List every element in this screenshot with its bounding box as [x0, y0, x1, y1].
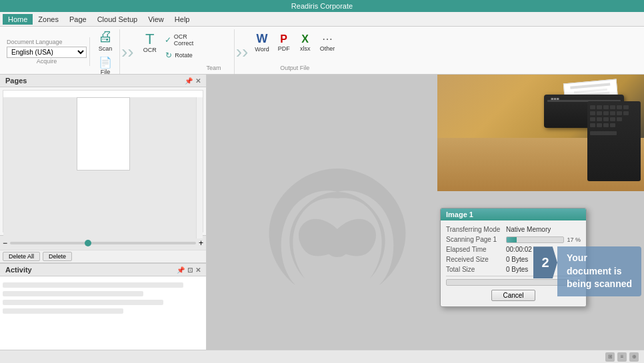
transferring-mode-row: Transferring Mode Native Memory	[446, 226, 581, 233]
activity-close-icon[interactable]: ✕	[195, 266, 201, 274]
pdf-button[interactable]: P PDF	[275, 32, 293, 53]
correct-label: OCR Correct	[174, 33, 194, 47]
xlsx-button[interactable]: X xlsx	[296, 32, 315, 53]
pages-content	[3, 90, 203, 232]
activity-header-icons: 📌 ⊡ ✕	[177, 266, 201, 274]
rotate-label: Rotate	[175, 52, 193, 59]
scanning-page-row: Scanning Page 1 17 %	[446, 236, 581, 243]
word-label: Word	[255, 46, 269, 53]
document-language-label: Document Language	[7, 39, 87, 45]
dialog-title: Image 1	[441, 208, 586, 220]
zoom-out-icon[interactable]: −	[3, 238, 7, 248]
received-size-label: Received Size	[446, 256, 506, 263]
pages-scrollbar[interactable]	[196, 97, 203, 238]
team-group-label: Team	[206, 65, 221, 71]
arrow-1: ››	[120, 29, 135, 74]
zoom-status-icon[interactable]: ⊕	[629, 352, 639, 362]
transferring-mode-label: Transferring Mode	[446, 226, 506, 233]
activity-title: Activity	[5, 266, 32, 274]
acquire-group-label: Acquire	[7, 58, 87, 65]
step-text-line1: Your	[567, 252, 587, 263]
activity-pin-icon[interactable]: 📌	[177, 266, 185, 274]
total-size-label: Total Size	[446, 266, 506, 273]
status-icons: ⊞ ≡ ⊕	[605, 352, 639, 362]
activity-header: Activity 📌 ⊡ ✕	[0, 264, 206, 276]
arrow-2: ››	[235, 29, 250, 74]
pages-bottom-bar: Delete All Delete	[0, 250, 206, 262]
zoom-handle	[85, 240, 91, 246]
output-file-group-label: Output File	[280, 65, 309, 71]
scanning-pct: 17 %	[567, 236, 581, 243]
app-title: Readiris Corporate	[291, 2, 353, 10]
rotate-button[interactable]: ↻ Rotate	[162, 49, 197, 61]
cancel-button[interactable]: Cancel	[491, 290, 535, 301]
activity-section: Activity 📌 ⊡ ✕	[0, 263, 206, 350]
page-thumbnail	[77, 97, 130, 171]
list-view-icon[interactable]: ≡	[617, 352, 627, 362]
rotate-icon: ↻	[165, 51, 172, 60]
correct-icon: ✓	[165, 35, 171, 45]
keyboard	[587, 101, 641, 181]
main-area: ■■■ Image 1 Transferr	[207, 75, 644, 350]
activity-line-1	[3, 282, 183, 288]
ocr-button[interactable]: T OCR	[141, 31, 159, 55]
scanner-photo-inner: ■■■	[437, 75, 644, 191]
grid-view-icon[interactable]: ⊞	[605, 352, 615, 362]
other-button[interactable]: ⋯ Other	[317, 31, 338, 53]
scan-icon: 🖨	[98, 28, 113, 45]
menu-bar: Home Zones Page Cloud Setup View Help	[0, 12, 644, 27]
activity-content	[0, 276, 206, 350]
document-language-select[interactable]: English (USA)	[7, 47, 87, 58]
menu-item-zones[interactable]: Zones	[33, 14, 64, 25]
correct-button[interactable]: ✓ OCR Correct	[162, 32, 197, 48]
step-text-box: Your document is being scanned	[557, 246, 641, 296]
menu-item-help[interactable]: Help	[169, 14, 195, 25]
delete-button[interactable]: Delete	[43, 252, 72, 261]
pdf-label: PDF	[278, 45, 290, 52]
elapsed-time-label: Elapsed Time	[446, 246, 506, 253]
activity-line-3	[3, 300, 163, 305]
acquire-group: Document Language English (USA) Acquire …	[1, 29, 120, 74]
file-button[interactable]: 📄 File	[95, 55, 116, 77]
xlsx-icon: X	[301, 33, 309, 45]
menu-item-cloud-setup[interactable]: Cloud Setup	[92, 14, 143, 25]
eagle-watermark	[244, 150, 431, 336]
xlsx-label: xlsx	[300, 45, 311, 52]
menu-item-page[interactable]: Page	[64, 14, 92, 25]
pages-close-icon[interactable]: ✕	[195, 77, 201, 85]
file-icon: 📄	[99, 56, 112, 69]
step-text-line3: being scanned	[567, 278, 632, 289]
scanning-progress-fill	[507, 237, 517, 242]
other-label: Other	[320, 45, 335, 52]
left-panel: Pages 📌 ✕ − +	[0, 75, 207, 350]
delete-all-button[interactable]: Delete All	[3, 252, 40, 261]
pages-section: Pages 📌 ✕ − +	[0, 75, 206, 263]
scan-button[interactable]: 🖨 Scan	[94, 27, 117, 53]
scanner-photo: ■■■	[437, 75, 644, 191]
zoom-in-icon[interactable]: +	[199, 238, 203, 248]
ocr-icon: T	[145, 32, 154, 47]
scan-label: Scan	[99, 45, 113, 52]
other-icon: ⋯	[322, 33, 333, 45]
scanning-progress-bar	[506, 236, 564, 243]
pages-pin-icon[interactable]: 📌	[185, 77, 193, 85]
zoom-slider[interactable]	[10, 242, 196, 244]
pages-header: Pages 📌 ✕	[0, 75, 206, 87]
team-group: T OCR ✓ OCR Correct ↻ Rotate Team	[135, 29, 235, 74]
activity-line-4	[3, 308, 123, 314]
step-number-badge: 2	[533, 246, 557, 278]
title-bar: Readiris Corporate	[0, 0, 644, 12]
activity-resize-icon[interactable]: ⊡	[187, 266, 193, 274]
word-icon: W	[257, 32, 268, 46]
document-language-section: Document Language English (USA) Acquire	[4, 37, 90, 66]
transferring-mode-value: Native Memory	[506, 226, 581, 233]
scanning-page-label: Scanning Page 1	[446, 236, 506, 243]
pdf-icon: P	[280, 33, 287, 45]
pages-title: Pages	[5, 77, 27, 85]
status-bar: ⊞ ≡ ⊕	[0, 350, 644, 363]
word-button[interactable]: W Word	[252, 31, 271, 54]
ribbon: Document Language English (USA) Acquire …	[0, 27, 644, 75]
activity-line-2	[3, 291, 143, 296]
menu-item-home[interactable]: Home	[3, 14, 33, 25]
menu-item-view[interactable]: View	[143, 14, 169, 25]
